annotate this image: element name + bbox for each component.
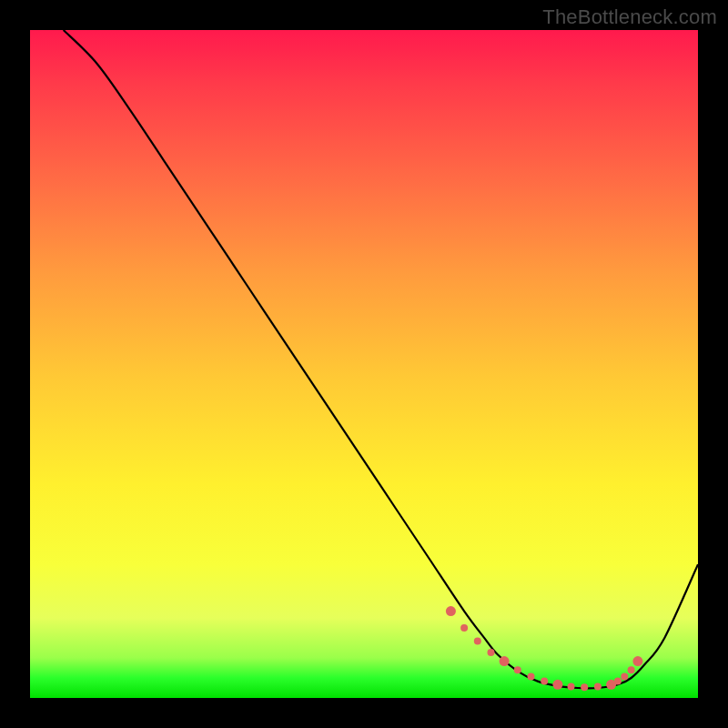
marker-dot xyxy=(446,606,456,616)
marker-dot xyxy=(614,678,622,685)
marker-dot xyxy=(621,673,628,681)
series-curve xyxy=(64,30,698,688)
chart-svg xyxy=(30,30,698,698)
marker-dot xyxy=(460,624,468,632)
marker-dot xyxy=(514,666,521,673)
marker-dot xyxy=(581,683,588,691)
marker-dot xyxy=(594,683,602,691)
plot-area xyxy=(30,30,698,698)
marker-dot xyxy=(488,649,495,656)
marker-dot xyxy=(474,638,481,645)
marker-dot xyxy=(500,656,510,666)
highlight-markers xyxy=(446,606,643,691)
marker-dot xyxy=(568,683,575,691)
marker-dot xyxy=(541,678,548,685)
marker-dot xyxy=(552,680,562,690)
watermark-text: TheBottleneck.com xyxy=(542,5,717,29)
marker-dot xyxy=(632,656,642,666)
chart-frame: TheBottleneck.com xyxy=(0,0,728,728)
marker-dot xyxy=(628,666,635,673)
marker-dot xyxy=(528,673,535,681)
